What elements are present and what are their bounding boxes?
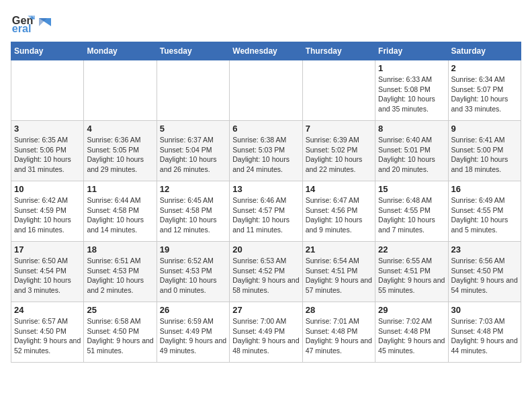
calendar-week-row: 24Sunrise: 6:57 AMSunset: 4:50 PMDayligh… — [11, 302, 521, 363]
calendar-cell: 10Sunrise: 6:42 AMSunset: 4:59 PMDayligh… — [11, 181, 84, 242]
day-number: 19 — [160, 244, 226, 255]
day-number: 6 — [232, 124, 299, 134]
day-number: 16 — [451, 184, 518, 194]
calendar-table: SundayMondayTuesdayWednesdayThursdayFrid… — [11, 42, 521, 363]
weekday-header: Monday — [84, 42, 157, 60]
weekday-header: Sunday — [11, 42, 84, 60]
weekday-header: Tuesday — [157, 42, 229, 60]
day-number: 24 — [14, 305, 81, 315]
calendar-cell: 6Sunrise: 6:38 AMSunset: 5:03 PMDaylight… — [230, 121, 302, 181]
day-info: Sunrise: 6:38 AMSunset: 5:03 PMDaylight:… — [232, 135, 299, 175]
calendar-cell: 8Sunrise: 6:40 AMSunset: 5:01 PMDaylight… — [375, 121, 448, 181]
day-info: Sunrise: 6:44 AMSunset: 4:58 PMDaylight:… — [87, 195, 153, 235]
day-info: Sunrise: 6:57 AMSunset: 4:50 PMDaylight:… — [14, 316, 81, 356]
calendar-cell: 29Sunrise: 7:02 AMSunset: 4:48 PMDayligh… — [375, 302, 448, 363]
calendar-cell: 3Sunrise: 6:35 AMSunset: 5:06 PMDaylight… — [11, 121, 84, 181]
day-number: 15 — [378, 184, 445, 194]
day-number: 27 — [232, 305, 299, 315]
calendar-cell: 15Sunrise: 6:48 AMSunset: 4:55 PMDayligh… — [375, 181, 448, 242]
day-info: Sunrise: 6:50 AMSunset: 4:54 PMDaylight:… — [14, 256, 81, 295]
day-number: 23 — [451, 244, 518, 255]
day-number: 17 — [14, 244, 81, 255]
calendar-week-row: 17Sunrise: 6:50 AMSunset: 4:54 PMDayligh… — [11, 242, 521, 302]
day-info: Sunrise: 6:41 AMSunset: 5:00 PMDaylight:… — [451, 135, 518, 175]
calendar-cell: 5Sunrise: 6:37 AMSunset: 5:04 PMDaylight… — [157, 121, 229, 181]
day-info: Sunrise: 6:42 AMSunset: 4:59 PMDaylight:… — [14, 195, 81, 235]
page-header: Gen eral — [11, 11, 521, 35]
svg-text:eral: eral — [12, 22, 32, 34]
day-info: Sunrise: 6:40 AMSunset: 5:01 PMDaylight:… — [378, 135, 445, 175]
day-info: Sunrise: 6:47 AMSunset: 4:56 PMDaylight:… — [306, 195, 372, 235]
day-info: Sunrise: 6:52 AMSunset: 4:53 PMDaylight:… — [160, 256, 226, 295]
day-info: Sunrise: 6:56 AMSunset: 4:50 PMDaylight:… — [451, 256, 518, 295]
calendar-cell: 27Sunrise: 7:00 AMSunset: 4:49 PMDayligh… — [230, 302, 302, 363]
logo: Gen eral — [11, 11, 51, 35]
day-number: 9 — [451, 124, 518, 134]
day-info: Sunrise: 6:58 AMSunset: 4:50 PMDaylight:… — [87, 316, 153, 356]
calendar-cell: 4Sunrise: 6:36 AMSunset: 5:05 PMDaylight… — [84, 121, 157, 181]
day-info: Sunrise: 6:53 AMSunset: 4:52 PMDaylight:… — [232, 256, 299, 295]
day-number: 22 — [378, 244, 445, 255]
day-number: 25 — [87, 305, 153, 315]
calendar-header-row: SundayMondayTuesdayWednesdayThursdayFrid… — [11, 42, 521, 60]
day-info: Sunrise: 6:33 AMSunset: 5:08 PMDaylight:… — [378, 75, 445, 114]
day-info: Sunrise: 6:34 AMSunset: 5:07 PMDaylight:… — [451, 75, 518, 114]
calendar-cell — [157, 60, 229, 121]
day-number: 28 — [306, 305, 372, 315]
day-info: Sunrise: 7:00 AMSunset: 4:49 PMDaylight:… — [232, 316, 299, 356]
day-number: 8 — [378, 124, 445, 134]
day-number: 13 — [232, 184, 299, 194]
day-number: 30 — [451, 305, 518, 315]
calendar-cell: 9Sunrise: 6:41 AMSunset: 5:00 PMDaylight… — [448, 121, 521, 181]
day-number: 14 — [306, 184, 372, 194]
calendar-cell: 23Sunrise: 6:56 AMSunset: 4:50 PMDayligh… — [448, 242, 521, 302]
calendar-cell: 12Sunrise: 6:45 AMSunset: 4:58 PMDayligh… — [157, 181, 229, 242]
calendar-cell: 13Sunrise: 6:46 AMSunset: 4:57 PMDayligh… — [230, 181, 302, 242]
day-number: 10 — [14, 184, 81, 194]
day-number: 5 — [160, 124, 226, 134]
calendar-cell: 20Sunrise: 6:53 AMSunset: 4:52 PMDayligh… — [230, 242, 302, 302]
calendar-cell — [302, 60, 375, 121]
calendar-cell — [11, 60, 84, 121]
calendar-cell: 21Sunrise: 6:54 AMSunset: 4:51 PMDayligh… — [302, 242, 375, 302]
day-number: 2 — [451, 63, 518, 73]
calendar-cell: 25Sunrise: 6:58 AMSunset: 4:50 PMDayligh… — [84, 302, 157, 363]
day-info: Sunrise: 6:49 AMSunset: 4:55 PMDaylight:… — [451, 195, 518, 235]
day-number: 12 — [160, 184, 226, 194]
day-number: 7 — [306, 124, 372, 134]
calendar-cell: 22Sunrise: 6:55 AMSunset: 4:51 PMDayligh… — [375, 242, 448, 302]
day-info: Sunrise: 6:46 AMSunset: 4:57 PMDaylight:… — [232, 195, 299, 235]
calendar-cell: 2Sunrise: 6:34 AMSunset: 5:07 PMDaylight… — [448, 60, 521, 121]
calendar-cell: 18Sunrise: 6:51 AMSunset: 4:53 PMDayligh… — [84, 242, 157, 302]
day-info: Sunrise: 6:35 AMSunset: 5:06 PMDaylight:… — [14, 135, 81, 175]
day-info: Sunrise: 6:55 AMSunset: 4:51 PMDaylight:… — [378, 256, 445, 295]
day-info: Sunrise: 7:03 AMSunset: 4:48 PMDaylight:… — [451, 316, 518, 356]
day-info: Sunrise: 6:51 AMSunset: 4:53 PMDaylight:… — [87, 256, 153, 295]
calendar-cell: 28Sunrise: 7:01 AMSunset: 4:48 PMDayligh… — [302, 302, 375, 363]
calendar-cell — [84, 60, 157, 121]
calendar-cell — [230, 60, 302, 121]
weekday-header: Wednesday — [230, 42, 302, 60]
calendar-cell: 14Sunrise: 6:47 AMSunset: 4:56 PMDayligh… — [302, 181, 375, 242]
day-info: Sunrise: 6:39 AMSunset: 5:02 PMDaylight:… — [306, 135, 372, 175]
day-number: 20 — [232, 244, 299, 255]
logo-triangle-icon — [39, 18, 51, 30]
calendar-cell: 1Sunrise: 6:33 AMSunset: 5:08 PMDaylight… — [375, 60, 448, 121]
day-info: Sunrise: 6:48 AMSunset: 4:55 PMDaylight:… — [378, 195, 445, 235]
calendar-cell: 17Sunrise: 6:50 AMSunset: 4:54 PMDayligh… — [11, 242, 84, 302]
weekday-header: Friday — [375, 42, 448, 60]
calendar-week-row: 1Sunrise: 6:33 AMSunset: 5:08 PMDaylight… — [11, 60, 521, 121]
day-number: 26 — [160, 305, 226, 315]
calendar-week-row: 3Sunrise: 6:35 AMSunset: 5:06 PMDaylight… — [11, 121, 521, 181]
day-info: Sunrise: 6:54 AMSunset: 4:51 PMDaylight:… — [306, 256, 372, 295]
logo-icon: Gen eral — [11, 11, 35, 35]
day-number: 18 — [87, 244, 153, 255]
day-number: 4 — [87, 124, 153, 134]
calendar-week-row: 10Sunrise: 6:42 AMSunset: 4:59 PMDayligh… — [11, 181, 521, 242]
day-number: 11 — [87, 184, 153, 194]
calendar-cell: 24Sunrise: 6:57 AMSunset: 4:50 PMDayligh… — [11, 302, 84, 363]
day-info: Sunrise: 6:45 AMSunset: 4:58 PMDaylight:… — [160, 195, 226, 235]
day-info: Sunrise: 6:59 AMSunset: 4:49 PMDaylight:… — [160, 316, 226, 356]
day-info: Sunrise: 6:37 AMSunset: 5:04 PMDaylight:… — [160, 135, 226, 175]
day-number: 3 — [14, 124, 81, 134]
